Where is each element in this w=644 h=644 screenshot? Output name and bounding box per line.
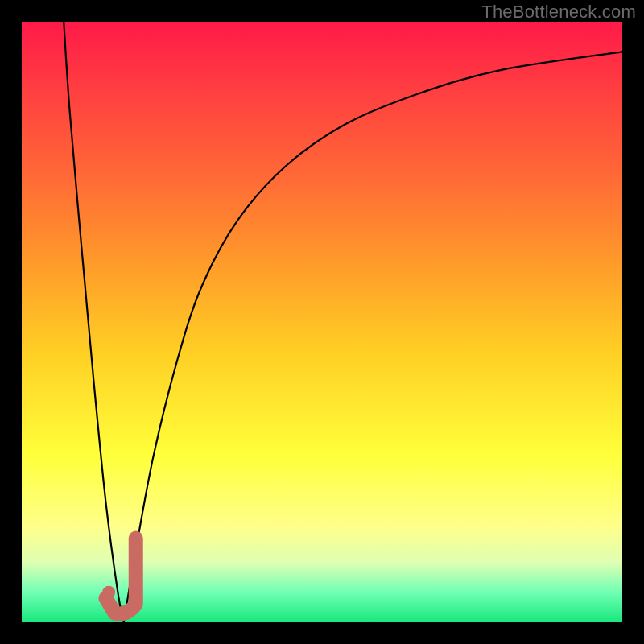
curve-left-branch: [64, 22, 124, 622]
curve-right-branch: [124, 52, 622, 622]
j-marker-hook: [105, 539, 135, 614]
watermark-text: TheBottleneck.com: [481, 2, 636, 23]
j-marker-dot: [102, 586, 115, 599]
chart-svg: [22, 22, 622, 622]
plot-area: [22, 22, 622, 622]
chart-frame: TheBottleneck.com: [0, 0, 644, 644]
